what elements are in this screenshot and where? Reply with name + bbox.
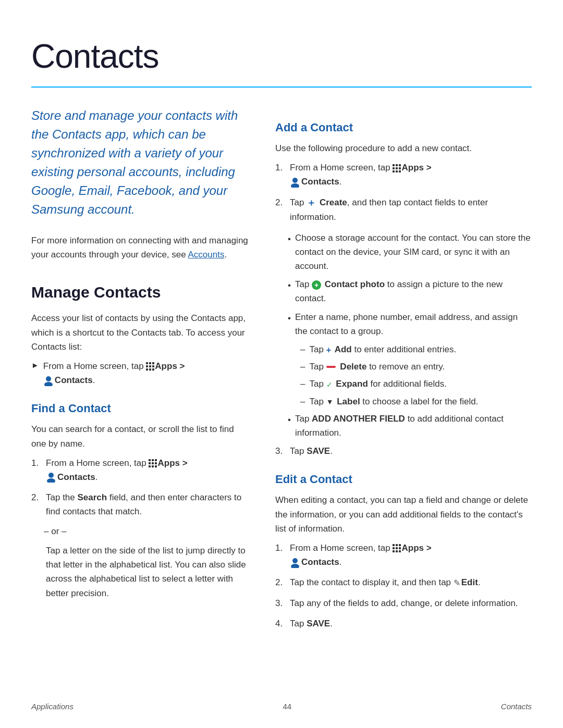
intro-body: For more information on connecting with … xyxy=(31,233,250,262)
two-column-layout: Store and manage your contacts with the … xyxy=(31,106,532,637)
edit-step-2: 2. Tap the contact to display it, and th… xyxy=(275,575,532,589)
find-step-1: 1. From a Home screen, tap Apps > Contac… xyxy=(31,456,250,484)
svg-point-4 xyxy=(292,178,298,183)
minus-red-icon xyxy=(326,366,336,368)
sub-bullet-label: – Tap ▼ Label to choose a label for the … xyxy=(288,394,532,409)
page-footer: Applications 44 Contacts xyxy=(0,701,563,713)
manage-contacts-step: ► From a Home screen, tap Apps > Contact… xyxy=(31,359,250,387)
add-step-2: 2. Tap ＋ Create, and then tap contact fi… xyxy=(275,195,532,225)
right-column: Add a Contact Use the following procedur… xyxy=(275,106,532,637)
find-contact-body: You can search for a contact, or scroll … xyxy=(31,422,250,450)
intro-italic: Store and manage your contacts with the … xyxy=(31,106,250,219)
find-contact-heading: Find a Contact xyxy=(31,400,250,417)
contacts-person-icon-add1 xyxy=(290,177,300,188)
contacts-person-icon-find xyxy=(46,472,56,483)
edit-step-4: 4. Tap SAVE. xyxy=(275,616,532,631)
apps-grid-icon-add1 xyxy=(393,164,401,172)
add-step-1: 1. From a Home screen, tap Apps > Contac… xyxy=(275,161,532,189)
footer-center: 44 xyxy=(283,701,292,713)
arrow-icon: ► xyxy=(31,359,39,372)
plus-icon-create: ＋ xyxy=(307,195,316,211)
edit-contact-heading: Edit a Contact xyxy=(275,471,532,488)
apps-grid-icon-find xyxy=(149,459,157,467)
add-contact-heading: Add a Contact xyxy=(275,119,532,136)
apps-grid-icon xyxy=(146,362,154,371)
edit-contact-steps: 1. From a Home screen, tap Apps > Contac… xyxy=(275,541,532,631)
footer-left: Applications xyxy=(31,701,74,713)
svg-point-3 xyxy=(47,478,55,483)
add-bullet-2: • Tap + Contact photo to assign a pictur… xyxy=(288,277,532,305)
svg-point-6 xyxy=(292,558,298,563)
find-step-2: 2. Tap the Search field, and then enter … xyxy=(31,490,250,519)
contacts-person-icon-edit xyxy=(290,558,300,568)
manage-contacts-step-text: From a Home screen, tap Apps > Contacts. xyxy=(43,359,185,387)
add-bullet-3: • Enter a name, phone number, email addr… xyxy=(288,310,532,338)
add-step-3-list: 3. Tap SAVE. xyxy=(275,444,532,458)
manage-contacts-heading: Manage Contacts xyxy=(31,280,250,304)
accounts-link[interactable]: Accounts xyxy=(188,250,225,260)
edit-step-3: 3. Tap any of the fields to add, change,… xyxy=(275,596,532,610)
add-contact-steps: 1. From a Home screen, tap Apps > Contac… xyxy=(275,161,532,224)
page-container: Contacts Store and manage your contacts … xyxy=(0,0,563,678)
title-divider xyxy=(31,87,532,88)
footer-right: Contacts xyxy=(501,701,532,713)
edit-step-1: 1. From a Home screen, tap Apps > Contac… xyxy=(275,541,532,569)
plus-blue-add-icon: + xyxy=(326,343,331,357)
pencil-icon: ✎ xyxy=(454,576,460,590)
edit-contact-body: When editing a contact, you can tap a fi… xyxy=(275,493,532,536)
svg-point-0 xyxy=(46,376,51,381)
add-step-3: 3. Tap SAVE. xyxy=(275,444,532,458)
left-column: Store and manage your contacts with the … xyxy=(31,106,250,637)
svg-point-1 xyxy=(44,382,53,386)
apps-grid-icon-edit xyxy=(393,544,401,552)
chevron-gray-icon: ▼ xyxy=(326,396,334,408)
sub-bullet-expand: – Tap ✓ Expand for additional fields. xyxy=(288,377,532,391)
add-bullet-1: • Choose a storage account for the conta… xyxy=(288,231,532,274)
contacts-person-icon xyxy=(43,376,54,386)
sub-bullet-delete: – Tap Delete to remove an entry. xyxy=(288,360,532,374)
add-contact-body: Use the following procedure to add a new… xyxy=(275,141,532,155)
manage-contacts-body: Access your list of contacts by using th… xyxy=(31,311,250,354)
find-contact-or-body: Tap a letter on the side of the list to … xyxy=(31,544,250,600)
add-contact-bullets: • Choose a storage account for the conta… xyxy=(275,231,532,440)
or-divider: – or – xyxy=(31,525,250,538)
svg-point-7 xyxy=(291,564,299,568)
add-another-field-bullet: • Tap ADD ANOTHER FIELD to add additiona… xyxy=(288,412,532,440)
sub-bullet-add: – Tap + Add to enter additional entries. xyxy=(288,342,532,356)
svg-point-2 xyxy=(48,473,54,478)
chevron-green-icon: ✓ xyxy=(326,379,333,390)
page-title: Contacts xyxy=(31,31,532,81)
svg-point-5 xyxy=(291,183,299,188)
circle-plus-icon: + xyxy=(312,280,321,290)
find-contact-steps: 1. From a Home screen, tap Apps > Contac… xyxy=(31,456,250,519)
